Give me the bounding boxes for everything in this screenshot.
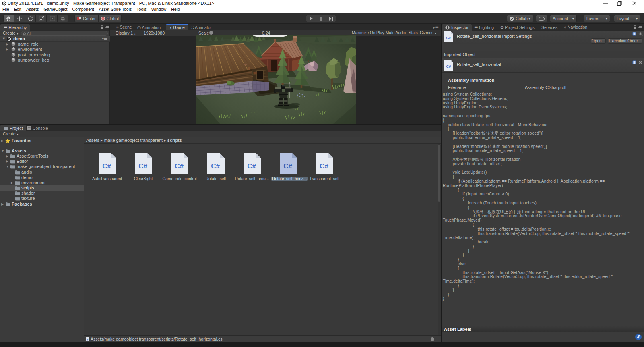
svg-text:C#: C# <box>446 35 451 40</box>
svg-text:C#: C# <box>247 162 256 170</box>
svg-text:C#: C# <box>283 162 292 170</box>
svg-text:C#: C# <box>446 64 451 69</box>
svg-text:C#: C# <box>320 162 328 170</box>
svg-text:C#: C# <box>211 162 220 170</box>
svg-text:C#: C# <box>138 162 147 170</box>
svg-text:C#: C# <box>102 162 111 170</box>
svg-text:C#: C# <box>175 162 184 170</box>
